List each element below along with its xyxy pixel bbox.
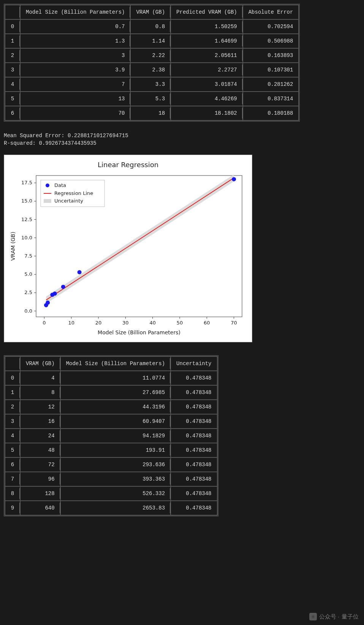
table-row: 5135.34.462690.837314 bbox=[5, 92, 299, 106]
svg-text:20: 20 bbox=[95, 320, 102, 326]
svg-point-8 bbox=[53, 291, 57, 296]
svg-text:Data: Data bbox=[54, 182, 66, 188]
svg-text:VRAM (GB): VRAM (GB) bbox=[10, 232, 16, 261]
table-cell: 11.0774 bbox=[60, 371, 171, 385]
table-cell: 526.332 bbox=[60, 486, 171, 501]
svg-point-47 bbox=[46, 184, 49, 187]
table-cell: 0 bbox=[5, 19, 20, 34]
svg-text:5.0: 5.0 bbox=[24, 271, 32, 277]
mse-label: Mean Squared Error: bbox=[4, 133, 68, 139]
table-cell: 0.163893 bbox=[243, 48, 299, 63]
r2-label: R-squared: bbox=[4, 140, 39, 146]
table-cell: 128 bbox=[20, 486, 60, 501]
svg-text:60: 60 bbox=[204, 320, 210, 326]
table-cell: 393.363 bbox=[60, 472, 171, 486]
table-cell: 8 bbox=[20, 385, 60, 400]
table1-header: VRAM (GB) bbox=[130, 5, 171, 19]
svg-point-11 bbox=[232, 177, 236, 181]
table-cell: 48 bbox=[20, 443, 60, 457]
table2-header bbox=[5, 356, 20, 371]
table-row: 548193.910.478348 bbox=[5, 443, 217, 457]
table1-header: Predicted VRAM (GB) bbox=[171, 5, 243, 19]
svg-text:Model Size (Billion Parameters: Model Size (Billion Parameters) bbox=[98, 329, 180, 335]
table-cell: 2.2727 bbox=[171, 63, 243, 77]
table-cell: 2.38 bbox=[130, 63, 171, 77]
table-row: 796393.3630.478348 bbox=[5, 472, 217, 486]
table-cell: 13 bbox=[20, 92, 130, 106]
table-cell: 0.7 bbox=[20, 19, 130, 34]
table-cell: 0.478348 bbox=[171, 472, 217, 486]
table-row: 6701818.18020.180188 bbox=[5, 106, 299, 120]
table-cell: 24 bbox=[20, 429, 60, 443]
table-cell: 7 bbox=[20, 77, 130, 92]
table-cell: 2 bbox=[5, 48, 20, 63]
table-cell: 1.50259 bbox=[171, 19, 243, 34]
table-row: 11.31.141.646990.506988 bbox=[5, 34, 299, 48]
table-cell: 0.180188 bbox=[243, 106, 299, 120]
table-cell: 0.478348 bbox=[171, 486, 217, 501]
svg-text:40: 40 bbox=[149, 320, 156, 326]
table-cell: 0.702594 bbox=[243, 19, 299, 34]
table-cell: 0.478348 bbox=[171, 371, 217, 385]
table-row: 21244.31960.478348 bbox=[5, 400, 217, 414]
svg-text:17.5: 17.5 bbox=[21, 180, 32, 185]
table-cell: 96 bbox=[20, 472, 60, 486]
svg-text:12.5: 12.5 bbox=[21, 217, 32, 222]
table1-header: Model Size (Billion Parameters) bbox=[20, 5, 130, 19]
table-cell: 0.478348 bbox=[171, 429, 217, 443]
table-cell: 18.1802 bbox=[171, 106, 243, 120]
table-row: 96402653.830.478348 bbox=[5, 501, 217, 515]
svg-point-10 bbox=[78, 270, 82, 274]
svg-text:0.0: 0.0 bbox=[24, 308, 32, 314]
svg-text:2.5: 2.5 bbox=[24, 290, 32, 296]
table-cell: 0 bbox=[5, 371, 20, 385]
table-cell: 3.3 bbox=[130, 77, 171, 92]
table-cell: 0.107301 bbox=[243, 63, 299, 77]
table-cell: 1.3 bbox=[20, 34, 130, 48]
table-cell: 60.9407 bbox=[60, 414, 171, 429]
table-cell: 0.837314 bbox=[243, 92, 299, 106]
table-cell: 0.506988 bbox=[243, 34, 299, 48]
table-cell: 6 bbox=[5, 457, 20, 472]
table-cell: 0.478348 bbox=[171, 385, 217, 400]
svg-point-9 bbox=[61, 285, 65, 289]
svg-text:30: 30 bbox=[122, 320, 129, 326]
svg-text:10: 10 bbox=[68, 320, 74, 326]
table2-header: Uncertainty bbox=[171, 356, 217, 371]
table-cell: 4 bbox=[20, 371, 60, 385]
svg-text:0: 0 bbox=[43, 320, 46, 326]
svg-text:7.5: 7.5 bbox=[24, 253, 32, 259]
chart-svg: Linear Regression0102030405060700.02.55.… bbox=[6, 157, 250, 340]
svg-rect-51 bbox=[44, 199, 51, 203]
table-cell: 293.636 bbox=[60, 457, 171, 472]
table-cell: 0.478348 bbox=[171, 400, 217, 414]
table-cell: 18 bbox=[130, 106, 171, 120]
table-cell: 9 bbox=[5, 501, 20, 515]
table-cell: 0.8 bbox=[130, 19, 171, 34]
table-cell: 0.478348 bbox=[171, 414, 217, 429]
table-cell: 5 bbox=[5, 443, 20, 457]
svg-text:15.0: 15.0 bbox=[21, 198, 32, 204]
table-cell: 2.22 bbox=[130, 48, 171, 63]
stats-output: Mean Squared Error: 0.22881710127694715 … bbox=[4, 125, 360, 155]
table-cell: 12 bbox=[20, 400, 60, 414]
table-cell: 0.281262 bbox=[243, 77, 299, 92]
table-cell: 16 bbox=[20, 414, 60, 429]
results-table-2: VRAM (GB)Model Size (Billion Parameters)… bbox=[4, 355, 218, 516]
table-cell: 1 bbox=[5, 34, 20, 48]
table-row: 0411.07740.478348 bbox=[5, 371, 217, 385]
table-row: 1827.69850.478348 bbox=[5, 385, 217, 400]
table-cell: 5.3 bbox=[130, 92, 171, 106]
table-cell: 1.14 bbox=[130, 34, 171, 48]
regression-chart: Linear Regression0102030405060700.02.55.… bbox=[4, 155, 252, 342]
mse-value: 0.22881710127694715 bbox=[68, 133, 128, 139]
table-row: 00.70.81.502590.702594 bbox=[5, 19, 299, 34]
table-cell: 0.478348 bbox=[171, 501, 217, 515]
table-row: 232.222.056110.163893 bbox=[5, 48, 299, 63]
table-cell: 193.91 bbox=[60, 443, 171, 457]
table-cell: 44.3196 bbox=[60, 400, 171, 414]
table-cell: 5 bbox=[5, 92, 20, 106]
table-row: 31660.94070.478348 bbox=[5, 414, 217, 429]
table-cell: 2653.83 bbox=[60, 501, 171, 515]
table-cell: 94.1829 bbox=[60, 429, 171, 443]
